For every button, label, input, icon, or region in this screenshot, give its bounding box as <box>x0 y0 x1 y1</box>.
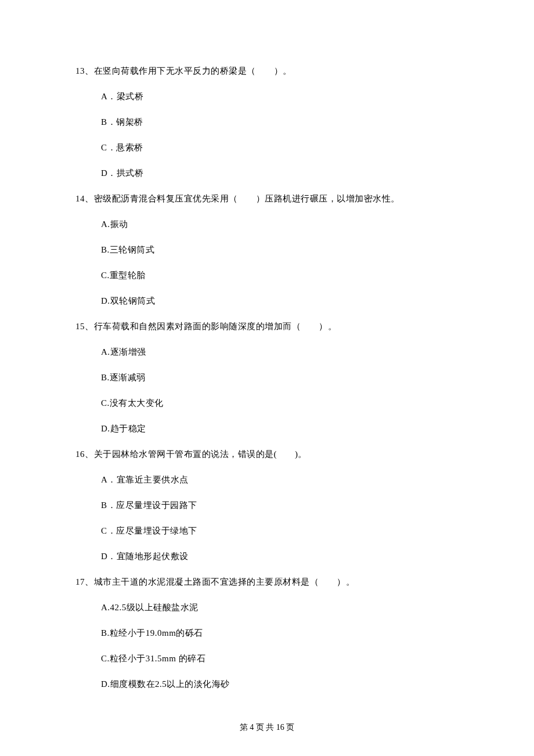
option-a: A．梁式桥 <box>101 89 459 103</box>
options-group: A.逐渐增强 B.逐渐减弱 C.没有太大变化 D.趋于稳定 <box>75 345 459 435</box>
option-d: D.细度模数在2.5以上的淡化海砂 <box>101 677 459 691</box>
question-number: 15、 <box>75 322 94 331</box>
option-b: B．钢架桥 <box>101 115 459 129</box>
option-d: D.双轮钢筒式 <box>101 294 459 308</box>
option-c: C.粒径小于31.5mm 的碎石 <box>101 651 459 665</box>
stem-text-post: ）。 <box>274 66 292 75</box>
stem-text-post: ）。 <box>319 322 337 331</box>
question-number: 16、 <box>75 449 94 459</box>
stem-text-post: ）。 <box>337 577 355 586</box>
answer-blank <box>277 447 295 461</box>
answer-blank <box>319 575 337 589</box>
question-number: 14、 <box>75 194 94 203</box>
option-a: A.振动 <box>101 217 459 231</box>
option-d: D．拱式桥 <box>101 166 459 180</box>
question-number: 17、 <box>75 577 94 586</box>
question-15: 15、行车荷载和自然因素对路面的影响随深度的增加而（ ）。 A.逐渐增强 B.逐… <box>75 319 459 435</box>
stem-text-pre: 密级配沥青混合料复压宜优先采用（ <box>94 194 238 203</box>
page-footer: 第 4 页 共 16 页 <box>0 722 534 733</box>
question-stem: 16、关于园林给水管网干管布置的说法，错误的是( )。 <box>75 447 459 461</box>
question-number: 13、 <box>75 66 94 75</box>
option-c: C．悬索桥 <box>101 141 459 154</box>
option-d: D.趋于稳定 <box>101 422 459 435</box>
answer-blank <box>256 64 274 78</box>
option-a: A．宜靠近主要供水点 <box>101 473 459 487</box>
question-14: 14、密级配沥青混合料复压宜优先采用（ ）压路机进行碾压，以增加密水性。 A.振… <box>75 192 459 308</box>
option-c: C.重型轮胎 <box>101 268 459 282</box>
stem-text-pre: 关于园林给水管网干管布置的说法，错误的是( <box>94 449 277 459</box>
stem-text-post: )。 <box>295 449 307 459</box>
stem-text-pre: 城市主干道的水泥混凝土路面不宜选择的主要原材料是（ <box>94 577 319 586</box>
stem-text-pre: 行车荷载和自然因素对路面的影响随深度的增加而（ <box>94 322 301 331</box>
option-d: D．宜随地形起伏敷设 <box>101 549 459 563</box>
option-a: A.逐渐增强 <box>101 345 459 359</box>
option-b: B．应尽量埋设于园路下 <box>101 498 459 512</box>
question-stem: 13、在竖向荷载作用下无水平反力的桥梁是（ ）。 <box>75 64 459 78</box>
stem-text-post: ）压路机进行碾压，以增加密水性。 <box>256 194 400 203</box>
question-16: 16、关于园林给水管网干管布置的说法，错误的是( )。 A．宜靠近主要供水点 B… <box>75 447 459 563</box>
question-13: 13、在竖向荷载作用下无水平反力的桥梁是（ ）。 A．梁式桥 B．钢架桥 C．悬… <box>75 64 459 180</box>
option-c: C．应尽量埋设于绿地下 <box>101 524 459 538</box>
option-a: A.42.5级以上硅酸盐水泥 <box>101 600 459 614</box>
option-b: B.逐渐减弱 <box>101 370 459 384</box>
options-group: A．宜靠近主要供水点 B．应尽量埋设于园路下 C．应尽量埋设于绿地下 D．宜随地… <box>75 473 459 563</box>
options-group: A.振动 B.三轮钢筒式 C.重型轮胎 D.双轮钢筒式 <box>75 217 459 308</box>
option-c: C.没有太大变化 <box>101 396 459 410</box>
option-b: B.粒经小于19.0mm的砾石 <box>101 626 459 640</box>
question-stem: 17、城市主干道的水泥混凝土路面不宜选择的主要原材料是（ ）。 <box>75 575 459 589</box>
question-17: 17、城市主干道的水泥混凝土路面不宜选择的主要原材料是（ ）。 A.42.5级以… <box>75 575 459 691</box>
option-b: B.三轮钢筒式 <box>101 243 459 257</box>
options-group: A.42.5级以上硅酸盐水泥 B.粒经小于19.0mm的砾石 C.粒径小于31.… <box>75 600 459 691</box>
question-stem: 15、行车荷载和自然因素对路面的影响随深度的增加而（ ）。 <box>75 319 459 333</box>
options-group: A．梁式桥 B．钢架桥 C．悬索桥 D．拱式桥 <box>75 89 459 180</box>
page-content: 13、在竖向荷载作用下无水平反力的桥梁是（ ）。 A．梁式桥 B．钢架桥 C．悬… <box>0 0 534 691</box>
question-stem: 14、密级配沥青混合料复压宜优先采用（ ）压路机进行碾压，以增加密水性。 <box>75 192 459 206</box>
answer-blank <box>301 319 319 333</box>
stem-text-pre: 在竖向荷载作用下无水平反力的桥梁是（ <box>94 66 256 75</box>
answer-blank <box>238 192 256 206</box>
